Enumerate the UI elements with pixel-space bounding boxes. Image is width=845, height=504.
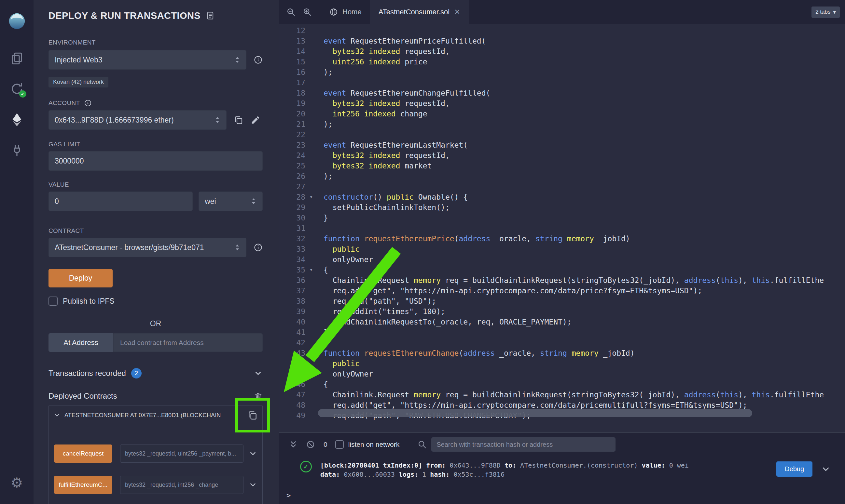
fold-marker-icon <box>305 233 317 244</box>
gas-limit-input[interactable] <box>49 151 263 171</box>
docs-icon[interactable] <box>206 11 215 20</box>
code-line[interactable]: 38 req.add("path", "USD"); <box>279 296 845 306</box>
code-line[interactable]: 28▾constructor() public Ownable() { <box>279 192 845 202</box>
code-line[interactable]: 24 bytes32 indexed requestId, <box>279 150 845 161</box>
code-line[interactable]: 45 onlyOwner <box>279 369 845 379</box>
select-arrows-icon <box>214 116 220 124</box>
account-value: 0x643...9F88D (1.666673996 ether) <box>55 116 174 125</box>
code-line[interactable]: 41} <box>279 327 845 338</box>
code-line[interactable]: 33 public <box>279 244 845 254</box>
instance-chevron-down-icon[interactable] <box>53 412 61 419</box>
transaction-log-entry[interactable]: ✓ [block:20780401 txIndex:0] from: 0x643… <box>279 461 845 479</box>
code-line[interactable]: 42 <box>279 338 845 348</box>
file-explorer-icon[interactable] <box>10 51 24 65</box>
code-text <box>317 181 324 192</box>
code-line[interactable]: 37 req.add("get", "https://min-api.crypt… <box>279 286 845 296</box>
code-line[interactable]: 25 bytes32 indexed market <box>279 161 845 171</box>
remix-logo-icon[interactable] <box>7 12 27 31</box>
code-line[interactable]: 22 <box>279 129 845 140</box>
code-line[interactable]: 36 Chainlink.Request memory req = buildC… <box>279 275 845 286</box>
environment-select[interactable]: Injected Web3 <box>49 50 246 70</box>
transactions-chevron-down-icon[interactable] <box>254 369 263 378</box>
plugin-manager-icon[interactable] <box>11 144 23 157</box>
contract-select[interactable]: ATestnetConsumer - browser/gists/9b71e07… <box>49 238 246 257</box>
clear-console-icon[interactable] <box>306 440 315 449</box>
code-line[interactable]: 12 <box>279 25 845 36</box>
fold-marker-icon[interactable]: ▾ <box>305 265 317 275</box>
account-select[interactable]: 0x643...9F88D (1.666673996 ether) <box>49 110 227 130</box>
edit-account-icon[interactable] <box>251 115 260 125</box>
deploy-button[interactable]: Deploy <box>49 269 113 287</box>
code-text <box>317 25 324 36</box>
code-line[interactable]: 27 <box>279 181 845 192</box>
code-line[interactable]: 34 onlyOwner <box>279 254 845 265</box>
code-line[interactable]: 26); <box>279 171 845 181</box>
code-line[interactable]: 43function requestEthereumChange(address… <box>279 348 845 358</box>
code-line[interactable]: 39 req.addInt("times", 100); <box>279 306 845 317</box>
code-line[interactable]: 30} <box>279 213 845 223</box>
function-params-input[interactable] <box>120 476 243 494</box>
zoom-out-icon[interactable] <box>287 7 296 17</box>
code-line[interactable]: 21); <box>279 119 845 129</box>
code-line[interactable]: 15 uint256 indexed price <box>279 57 845 67</box>
terminal-search-input[interactable] <box>431 437 616 452</box>
collapse-terminal-icon[interactable] <box>289 439 297 449</box>
code-line[interactable]: 47 Chainlink.Request memory req = buildC… <box>279 390 845 400</box>
code-line[interactable]: 14 bytes32 indexed requestId, <box>279 46 845 57</box>
tabs-counter-label: 2 tabs <box>815 9 830 15</box>
code-line[interactable]: 31 <box>279 223 845 233</box>
code-line[interactable]: 40 sendChainlinkRequestTo(_oracle, req, … <box>279 317 845 327</box>
line-number: 48 <box>279 400 305 410</box>
tabs-counter-dropdown[interactable]: 2 tabs ▾ <box>811 6 840 18</box>
copy-address-icon[interactable] <box>247 410 258 420</box>
code-line[interactable]: 46{ <box>279 379 845 390</box>
environment-info-icon[interactable] <box>254 55 263 65</box>
code-line[interactable]: 32function requestEthereumPrice(address … <box>279 233 845 244</box>
code-line[interactable]: 16); <box>279 67 845 77</box>
function-params-input[interactable] <box>120 445 243 463</box>
fold-marker-icon[interactable]: ▾ <box>305 192 317 202</box>
select-arrows-icon <box>251 198 257 205</box>
terminal-prompt[interactable]: > <box>287 491 291 500</box>
line-number: 33 <box>279 244 305 254</box>
code-line[interactable]: 20 int256 indexed change <box>279 109 845 119</box>
expand-params-chevron-icon[interactable] <box>249 481 257 489</box>
gas-limit-label: GAS LIMIT <box>49 141 263 148</box>
value-input[interactable] <box>49 192 193 211</box>
zoom-in-icon[interactable] <box>303 7 312 17</box>
account-label: ACCOUNT <box>49 100 80 107</box>
code-line[interactable]: 29 setPublicChainlinkToken(); <box>279 202 845 213</box>
close-tab-icon[interactable]: ✕ <box>454 8 460 16</box>
contract-info-icon[interactable] <box>254 243 263 252</box>
expand-params-chevron-icon[interactable] <box>249 449 257 458</box>
code-line[interactable]: 44 public <box>279 358 845 369</box>
code-line[interactable]: 23event RequestEthereumLastMarket( <box>279 140 845 150</box>
at-address-button[interactable]: At Address <box>49 333 113 352</box>
code-line[interactable]: 18event RequestEthereumChangeFulfilled( <box>279 88 845 98</box>
contract-function-row: cancelRequest <box>54 445 257 463</box>
horizontal-scrollbar[interactable] <box>318 409 752 417</box>
listen-network-checkbox[interactable] <box>335 440 344 449</box>
function-call-button[interactable]: fulfillEthereumC... <box>54 476 112 494</box>
solidity-compiler-icon[interactable]: ✓ <box>10 82 24 95</box>
debug-button[interactable]: Debug <box>776 462 812 477</box>
code-line[interactable]: 13event RequestEthereumPriceFulfilled( <box>279 36 845 46</box>
code-line[interactable]: 19 bytes32 indexed requestId, <box>279 98 845 109</box>
copy-account-icon[interactable] <box>234 115 243 125</box>
deploy-and-run-icon[interactable] <box>11 112 23 127</box>
trash-icon[interactable] <box>254 392 263 401</box>
instance-header[interactable]: ATESTNETCONSUMER AT 0X7E7...E80D1 (BLOCK… <box>49 406 262 425</box>
at-address-input[interactable] <box>113 333 263 352</box>
function-call-button[interactable]: cancelRequest <box>54 445 112 463</box>
value-unit-select[interactable]: wei <box>199 192 263 211</box>
code-text: public <box>317 244 360 254</box>
add-account-icon[interactable] <box>84 99 92 107</box>
tab-home[interactable]: Home <box>321 0 370 24</box>
tab-atestnetconsumer-sol[interactable]: ATestnetConsumer.sol ✕ <box>370 0 469 24</box>
code-line[interactable]: 17 <box>279 77 845 88</box>
publish-ipfs-checkbox[interactable] <box>49 296 58 306</box>
code-editor[interactable]: 1213event RequestEthereumPriceFulfilled(… <box>279 24 845 432</box>
settings-gear-icon[interactable]: ⚙ <box>11 476 23 490</box>
log-chevron-down-icon[interactable] <box>821 464 831 474</box>
code-line[interactable]: 35▾{ <box>279 265 845 275</box>
